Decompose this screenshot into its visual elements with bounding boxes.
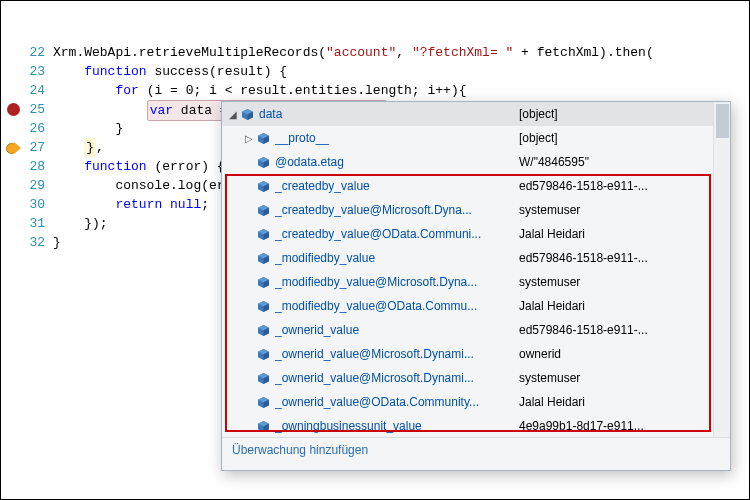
expander-placeholder	[242, 371, 256, 385]
object-cube-icon	[258, 229, 269, 240]
line-number: 27	[25, 138, 53, 157]
code-line[interactable]: 24 for (i = 0; i < result.entities.lengt…	[1, 81, 749, 100]
data-tip-row[interactable]: _ownerid_valueed579846-1518-e911-...	[222, 318, 714, 342]
object-cube-icon	[258, 349, 269, 360]
object-cube-icon	[258, 325, 269, 336]
code-line[interactable]: 22Xrm.WebApi.retrieveMultipleRecords("ac…	[1, 43, 749, 62]
line-number: 30	[25, 195, 53, 214]
property-name: _ownerid_value	[275, 323, 519, 337]
data-tip-row[interactable]: _owningbusinessunit_value4e9a99b1-8d17-e…	[222, 414, 714, 437]
property-value: systemuser	[519, 275, 714, 289]
object-cube-icon	[258, 157, 269, 168]
property-name: _createdby_value@Microsoft.Dyna...	[275, 203, 519, 217]
code-text[interactable]: for (i = 0; i < result.entities.length; …	[53, 81, 749, 100]
add-watch-link[interactable]: Überwachung hinzufügen	[222, 437, 730, 461]
line-number: 24	[25, 81, 53, 100]
property-value: 4e9a99b1-8d17-e911...	[519, 419, 714, 433]
expander-placeholder	[242, 299, 256, 313]
property-value: W/"4846595"	[519, 155, 714, 169]
expander-placeholder	[242, 179, 256, 193]
property-value: Jalal Heidari	[519, 395, 714, 409]
line-number: 26	[25, 119, 53, 138]
property-name: _modifiedby_value	[275, 251, 519, 265]
line-number: 22	[25, 43, 53, 62]
gutter[interactable]	[1, 157, 25, 176]
property-value: Jalal Heidari	[519, 299, 714, 313]
expander-placeholder	[242, 275, 256, 289]
property-value: systemuser	[519, 371, 714, 385]
object-cube-icon	[258, 133, 269, 144]
property-name: __proto__	[275, 131, 519, 145]
gutter[interactable]	[1, 43, 25, 62]
property-name: _owningbusinessunit_value	[275, 419, 519, 433]
code-line[interactable]: 23 function success(result) {	[1, 62, 749, 81]
breakpoint-icon[interactable]	[7, 103, 20, 116]
gutter[interactable]	[1, 119, 25, 138]
data-tip-rows: ◢data[object]▷__proto__[object]@odata.et…	[222, 102, 730, 437]
property-name: _ownerid_value@Microsoft.Dynami...	[275, 371, 519, 385]
data-tip-row[interactable]: _ownerid_value@OData.Community...Jalal H…	[222, 390, 714, 414]
property-value: [object]	[519, 131, 714, 145]
object-cube-icon	[258, 373, 269, 384]
data-tip-row[interactable]: _createdby_value@OData.Communi...Jalal H…	[222, 222, 714, 246]
data-tip-row[interactable]: _createdby_value@Microsoft.Dyna...system…	[222, 198, 714, 222]
expander-placeholder	[242, 155, 256, 169]
object-cube-icon	[258, 301, 269, 312]
gutter[interactable]	[1, 62, 25, 81]
gutter[interactable]	[1, 195, 25, 214]
collapse-icon[interactable]: ◢	[226, 107, 240, 121]
object-cube-icon	[258, 253, 269, 264]
gutter[interactable]	[1, 176, 25, 195]
property-name: @odata.etag	[275, 155, 519, 169]
data-tip-row[interactable]: _ownerid_value@Microsoft.Dynami...system…	[222, 366, 714, 390]
line-number: 29	[25, 176, 53, 195]
code-text[interactable]: Xrm.WebApi.retrieveMultipleRecords("acco…	[53, 43, 749, 62]
line-number: 31	[25, 214, 53, 233]
object-cube-icon	[258, 205, 269, 216]
property-name: _ownerid_value@Microsoft.Dynami...	[275, 347, 519, 361]
property-value: ed579846-1518-e911-...	[519, 323, 714, 337]
property-value: Jalal Heidari	[519, 227, 714, 241]
expander-placeholder	[242, 203, 256, 217]
property-value: ownerid	[519, 347, 714, 361]
object-cube-icon	[242, 109, 253, 120]
property-name: _modifiedby_value@Microsoft.Dyna...	[275, 275, 519, 289]
property-name: _createdby_value@OData.Communi...	[275, 227, 519, 241]
line-number: 23	[25, 62, 53, 81]
property-name: data	[259, 107, 519, 121]
property-value: ed579846-1518-e911-...	[519, 179, 714, 193]
data-tip-row[interactable]: _ownerid_value@Microsoft.Dynami...owneri…	[222, 342, 714, 366]
expander-placeholder	[242, 323, 256, 337]
object-cube-icon	[258, 421, 269, 432]
line-number: 28	[25, 157, 53, 176]
object-cube-icon	[258, 277, 269, 288]
gutter[interactable]	[1, 81, 25, 100]
code-text[interactable]: function success(result) {	[53, 62, 749, 81]
gutter[interactable]	[1, 100, 25, 119]
data-tip-row[interactable]: ◢data[object]	[222, 102, 714, 126]
scrollbar-thumb[interactable]	[716, 104, 729, 138]
data-tip-row[interactable]: _modifiedby_value@OData.Commu...Jalal He…	[222, 294, 714, 318]
property-value: [object]	[519, 107, 714, 121]
data-tip-row[interactable]: _modifiedby_value@Microsoft.Dyna...syste…	[222, 270, 714, 294]
data-tip-row[interactable]: _modifiedby_valueed579846-1518-e911-...	[222, 246, 714, 270]
expander-placeholder	[242, 395, 256, 409]
scrollbar[interactable]	[713, 102, 730, 437]
line-number: 32	[25, 233, 53, 252]
gutter[interactable]	[1, 138, 25, 157]
property-value: ed579846-1518-e911-...	[519, 251, 714, 265]
expander-placeholder	[242, 347, 256, 361]
gutter[interactable]	[1, 233, 25, 252]
expand-icon[interactable]: ▷	[242, 131, 256, 145]
gutter[interactable]	[1, 214, 25, 233]
data-tip-row[interactable]: ▷__proto__[object]	[222, 126, 714, 150]
property-name: _ownerid_value@OData.Community...	[275, 395, 519, 409]
expander-placeholder	[242, 419, 256, 433]
current-step-icon	[6, 140, 21, 155]
data-tip-row[interactable]: _createdby_valueed579846-1518-e911-...	[222, 174, 714, 198]
data-tip-row[interactable]: @odata.etagW/"4846595"	[222, 150, 714, 174]
debugger-data-tip[interactable]: ◢data[object]▷__proto__[object]@odata.et…	[221, 101, 731, 471]
property-name: _createdby_value	[275, 179, 519, 193]
expander-placeholder	[242, 227, 256, 241]
property-value: systemuser	[519, 203, 714, 217]
